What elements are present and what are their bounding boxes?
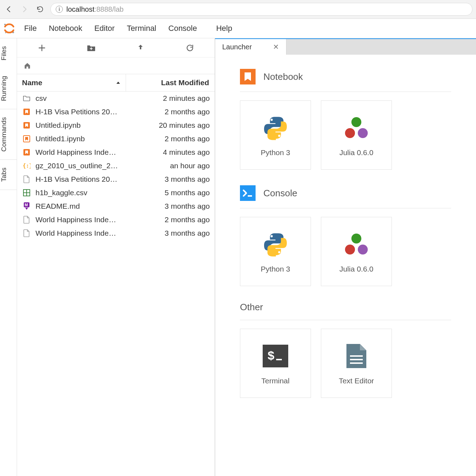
notebook-icon bbox=[22, 148, 31, 157]
file-modified: 3 months ago bbox=[132, 229, 210, 237]
file-row[interactable]: Untitled1.ipynb2 months ago bbox=[17, 132, 215, 146]
csv-icon bbox=[22, 188, 31, 197]
notebook-section-icon bbox=[240, 69, 256, 84]
menu-terminal[interactable]: Terminal bbox=[127, 24, 156, 33]
column-name-header[interactable]: Name bbox=[17, 74, 126, 91]
new-folder-button[interactable] bbox=[84, 41, 98, 55]
menu-notebook[interactable]: Notebook bbox=[49, 24, 82, 33]
file-row[interactable]: World Happiness Inde…4 minutes ago bbox=[17, 146, 215, 159]
file-row[interactable]: csv2 minutes ago bbox=[17, 92, 215, 105]
file-modified: 3 months ago bbox=[132, 202, 210, 210]
back-button[interactable] bbox=[4, 4, 14, 15]
card-label: Terminal bbox=[261, 377, 289, 385]
sort-asc-icon bbox=[116, 81, 121, 84]
menu-editor[interactable]: Editor bbox=[94, 24, 115, 33]
tab-launcher[interactable]: Launcher ✕ bbox=[215, 39, 286, 55]
browser-toolbar: i localhost:8888/lab bbox=[0, 0, 476, 19]
upload-button[interactable] bbox=[133, 41, 148, 55]
svg-rect-26 bbox=[263, 345, 288, 367]
menu-console[interactable]: Console bbox=[168, 24, 197, 33]
svg-point-24 bbox=[345, 245, 355, 255]
file-name: World Happiness Inde… bbox=[35, 215, 132, 224]
svg-point-21 bbox=[270, 235, 273, 237]
section-header: Other bbox=[240, 302, 451, 320]
card-label: Julia 0.6.0 bbox=[339, 265, 373, 273]
launcher-panel: NotebookPython 3Julia 0.6.0ConsolePython… bbox=[215, 55, 476, 476]
file-icon bbox=[22, 215, 31, 224]
app-menu-bar: FileNotebookEditorTerminalConsoleHelp bbox=[0, 19, 476, 38]
svg-rect-31 bbox=[350, 362, 363, 364]
texteditor-icon bbox=[342, 342, 371, 370]
jupyter-logo-icon bbox=[1, 20, 18, 37]
section-title: Other bbox=[240, 302, 263, 313]
launcher-card-python-3[interactable]: Python 3 bbox=[240, 217, 311, 286]
file-row[interactable]: Untitled.ipynb20 minutes ago bbox=[17, 119, 215, 132]
section-header: Notebook bbox=[240, 69, 451, 92]
svg-rect-20 bbox=[248, 195, 252, 197]
file-row[interactable]: H-1B Visa Petitions 20…2 months ago bbox=[17, 105, 215, 119]
svg-point-14 bbox=[270, 119, 273, 121]
breadcrumb[interactable] bbox=[17, 58, 215, 74]
file-modified: 3 months ago bbox=[132, 175, 210, 184]
md-icon: M bbox=[22, 202, 31, 210]
file-name: Untitled1.ipynb bbox=[35, 135, 132, 143]
sidebar-tab-commands[interactable]: Commands bbox=[0, 109, 17, 160]
section-title: Console bbox=[263, 188, 297, 199]
sidebar-tab-files[interactable]: Files bbox=[0, 38, 17, 68]
file-modified: 5 months ago bbox=[132, 188, 210, 197]
nb-run-icon bbox=[22, 135, 31, 143]
svg-rect-29 bbox=[350, 355, 363, 357]
menu-help[interactable]: Help bbox=[216, 24, 232, 33]
file-name: H-1B Visa Petitions 20… bbox=[35, 175, 132, 184]
file-name: README.md bbox=[35, 202, 132, 210]
file-name: Untitled.ipynb bbox=[35, 121, 132, 130]
file-modified: 2 months ago bbox=[132, 108, 210, 116]
sidebar-tab-running[interactable]: Running bbox=[0, 68, 17, 109]
svg-text:M: M bbox=[25, 203, 28, 207]
file-icon bbox=[22, 229, 31, 237]
close-icon[interactable]: ✕ bbox=[273, 43, 279, 51]
file-name: gz_2010_us_outline_2… bbox=[35, 162, 132, 170]
launcher-section-console: ConsolePython 3Julia 0.6.0 bbox=[240, 185, 451, 286]
forward-button[interactable] bbox=[19, 4, 30, 15]
svg-rect-30 bbox=[350, 359, 363, 360]
url-bar[interactable]: i localhost:8888/lab bbox=[50, 3, 472, 16]
sidebar-tab-tabs[interactable]: Tabs bbox=[0, 160, 17, 190]
card-label: Python 3 bbox=[261, 148, 290, 157]
file-row[interactable]: H-1B Visa Petitions 20…3 months ago bbox=[17, 173, 215, 186]
section-header: Console bbox=[240, 185, 451, 208]
reload-button[interactable] bbox=[35, 4, 45, 15]
terminal-icon: $ bbox=[261, 342, 290, 370]
file-modified: 2 months ago bbox=[132, 135, 210, 143]
document-tab-strip: Launcher ✕ bbox=[215, 38, 476, 55]
launcher-card-python-3[interactable]: Python 3 bbox=[240, 100, 311, 170]
file-row[interactable]: World Happiness Inde…2 months ago bbox=[17, 213, 215, 226]
launcher-card-terminal[interactable]: $Terminal bbox=[240, 329, 311, 398]
folder-icon bbox=[22, 94, 31, 103]
new-launcher-button[interactable] bbox=[35, 41, 49, 55]
launcher-card-julia-0-6-0[interactable]: Julia 0.6.0 bbox=[321, 100, 392, 170]
svg-point-25 bbox=[358, 245, 368, 255]
file-modified: an hour ago bbox=[132, 162, 210, 170]
file-row[interactable]: h1b_kaggle.csv5 months ago bbox=[17, 186, 215, 199]
file-list-header: Name Last Modified bbox=[17, 74, 215, 92]
file-browser-panel: Name Last Modified csv2 minutes agoH-1B … bbox=[17, 38, 215, 476]
python-icon bbox=[261, 230, 290, 258]
launcher-card-text-editor[interactable]: Text Editor bbox=[321, 329, 392, 398]
file-name: h1b_kaggle.csv bbox=[35, 188, 132, 197]
home-icon[interactable] bbox=[23, 62, 31, 69]
menu-file[interactable]: File bbox=[24, 24, 37, 33]
svg-point-22 bbox=[278, 251, 280, 253]
refresh-button[interactable] bbox=[183, 41, 197, 55]
julia-icon bbox=[342, 114, 371, 142]
site-info-icon[interactable]: i bbox=[56, 6, 63, 13]
file-modified: 20 minutes ago bbox=[132, 121, 210, 130]
tab-label: Launcher bbox=[222, 43, 252, 51]
launcher-section-notebook: NotebookPython 3Julia 0.6.0 bbox=[240, 69, 451, 170]
file-row[interactable]: World Happiness Inde…3 months ago bbox=[17, 226, 215, 240]
file-row[interactable]: MREADME.md3 months ago bbox=[17, 199, 215, 213]
column-modified-header[interactable]: Last Modified bbox=[126, 74, 215, 91]
launcher-card-julia-0-6-0[interactable]: Julia 0.6.0 bbox=[321, 217, 392, 286]
file-name: World Happiness Inde… bbox=[35, 148, 132, 157]
file-row[interactable]: {:}gz_2010_us_outline_2…an hour ago bbox=[17, 159, 215, 173]
